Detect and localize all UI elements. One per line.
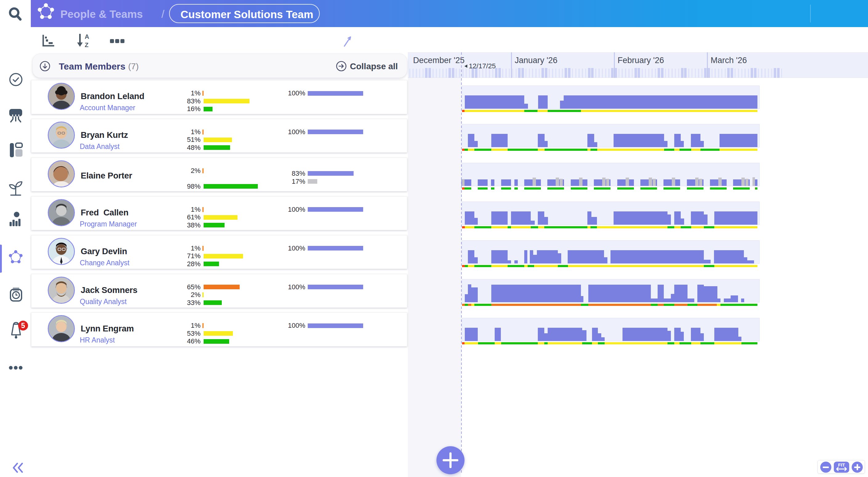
svg-text:5: 5	[21, 321, 25, 330]
svg-text:Z: Z	[85, 41, 88, 48]
svg-text:A: A	[85, 33, 89, 40]
